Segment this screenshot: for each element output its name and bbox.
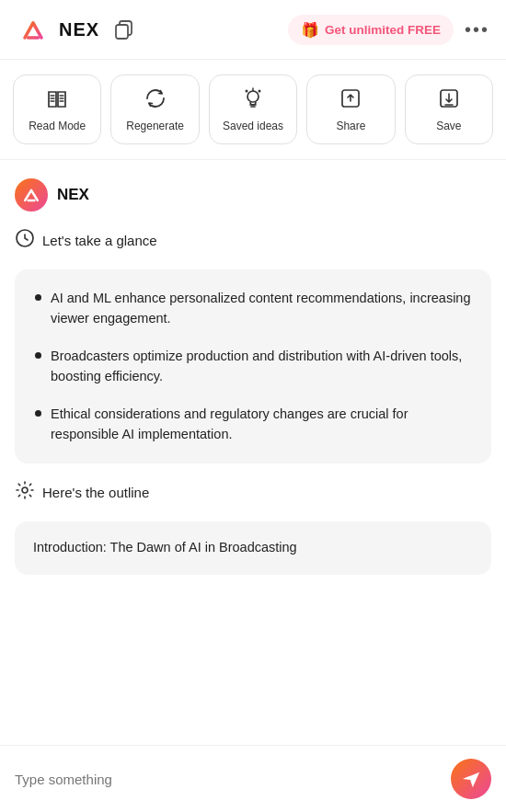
nex-logo-icon — [17, 13, 50, 46]
bullet-item: Ethical considerations and regulatory ch… — [35, 404, 471, 445]
save-button[interactable]: Save — [405, 74, 493, 144]
bullet-dot — [35, 352, 41, 359]
regenerate-icon — [144, 86, 167, 114]
regenerate-button[interactable]: Regenerate — [110, 74, 199, 144]
saved-ideas-label: Saved ideas — [223, 120, 283, 132]
glance-header: Let's take a glance — [15, 228, 491, 253]
nex-brand-name: NEX — [57, 186, 89, 204]
bullet-item: AI and ML enhance personalized content r… — [35, 288, 471, 329]
svg-point-3 — [259, 90, 261, 93]
header-right: 🎁 Get unlimited FREE ••• — [288, 15, 489, 45]
outline-card: Introduction: The Dawn of AI in Broadcas… — [15, 521, 491, 575]
gift-icon: 🎁 — [301, 21, 319, 39]
bullet-item: Broadcasters optimize production and dis… — [35, 346, 471, 387]
share-label: Share — [336, 120, 365, 132]
bullet-dot — [35, 294, 41, 301]
unlimited-label: Get unlimited FREE — [325, 23, 441, 37]
clock-icon — [15, 228, 35, 253]
saved-ideas-button[interactable]: Saved ideas — [209, 74, 297, 144]
glance-label: Let's take a glance — [42, 233, 157, 248]
input-bar — [0, 745, 506, 812]
toolbar: Read Mode Regenerate Saved idea — [0, 60, 506, 160]
logo-text: NEX — [59, 19, 99, 40]
outline-intro: Introduction: The Dawn of AI in Broadcas… — [33, 540, 297, 555]
read-mode-label: Read Mode — [29, 120, 86, 132]
save-icon — [437, 86, 461, 114]
chat-area: NEX Let's take a glance AI and ML enhanc… — [0, 160, 506, 667]
bullet-dot — [35, 410, 41, 417]
chat-input[interactable] — [15, 772, 442, 787]
gear-icon — [15, 480, 35, 505]
duplicate-icon[interactable] — [112, 17, 136, 41]
read-mode-icon — [45, 86, 69, 114]
outline-header: Here's the outline — [15, 480, 491, 505]
unlimited-button[interactable]: 🎁 Get unlimited FREE — [288, 15, 454, 45]
bullet-text-3: Ethical considerations and regulatory ch… — [51, 404, 471, 445]
header-left: NEX — [17, 13, 136, 46]
more-menu-icon[interactable]: ••• — [465, 19, 489, 40]
bullet-text-2: Broadcasters optimize production and dis… — [51, 346, 471, 387]
nex-avatar — [15, 178, 48, 212]
read-mode-button[interactable]: Read Mode — [13, 74, 101, 144]
outline-label: Here's the outline — [42, 485, 149, 500]
bullets-card: AI and ML enhance personalized content r… — [15, 269, 491, 463]
regenerate-label: Regenerate — [126, 120, 184, 132]
svg-point-2 — [247, 91, 259, 102]
svg-point-8 — [22, 487, 28, 493]
share-icon — [339, 86, 362, 114]
save-label: Save — [436, 120, 461, 132]
share-button[interactable]: Share — [306, 74, 395, 144]
bullet-text-1: AI and ML enhance personalized content r… — [51, 288, 471, 329]
svg-point-4 — [246, 90, 248, 93]
header: NEX 🎁 Get unlimited FREE ••• — [0, 0, 506, 60]
saved-ideas-icon — [241, 86, 265, 114]
nex-brand-row: NEX — [15, 178, 491, 212]
svg-rect-1 — [116, 25, 128, 39]
send-button[interactable] — [451, 759, 491, 799]
